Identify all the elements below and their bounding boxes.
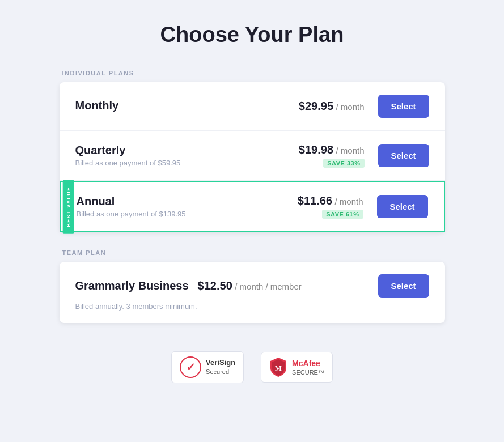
annual-price-line: $11.66 / month (298, 194, 363, 207)
quarterly-pricing: $19.98 / month SAVE 33% (274, 143, 365, 168)
individual-plans-label: INDIVIDUAL PLANS (60, 70, 445, 76)
best-value-badge: BEST VALUE (62, 180, 74, 233)
individual-plans-section: INDIVIDUAL PLANS Monthly $29.95 / month … (60, 70, 445, 232)
monthly-plan-row: Monthly $29.95 / month Select (60, 82, 445, 131)
team-plan-section: TEAM PLAN Grammarly Business $12.50 / mo… (60, 249, 445, 323)
annual-plan-name: Annual (77, 195, 273, 208)
team-plan-name: Grammarly Business (75, 279, 189, 292)
quarterly-select-button[interactable]: Select (378, 144, 429, 167)
team-plan-billing: Billed annually. 3 members minimum. (75, 302, 429, 311)
team-plan-top: Grammarly Business $12.50 / month / memb… (75, 274, 429, 298)
page-title: Choose Your Plan (160, 23, 344, 47)
annual-pricing: $11.66 / month SAVE 61% (273, 194, 363, 219)
team-plan-price-amount: $12.50 (198, 279, 232, 292)
individual-plans-card: Monthly $29.95 / month Select Quarterly … (60, 82, 445, 232)
team-plan-price-line: $12.50 / month / member (198, 279, 378, 292)
quarterly-plan-info: Quarterly Billed as one payment of $59.9… (75, 144, 274, 167)
verisign-icon: ✓ (180, 356, 201, 378)
monthly-select-button[interactable]: Select (378, 95, 429, 118)
quarterly-plan-name: Quarterly (75, 144, 274, 157)
monthly-price-period: / month (336, 102, 364, 112)
quarterly-price-amount: $19.98 (299, 143, 333, 156)
mcafee-badge: M McAfee SECURE™ (261, 352, 333, 382)
quarterly-price-period: / month (336, 146, 364, 155)
team-select-button[interactable]: Select (378, 274, 429, 298)
annual-plan-info: Annual Billed as one payment of $139.95 (77, 195, 273, 218)
annual-plan-row: BEST VALUE Annual Billed as one payment … (60, 181, 445, 232)
verisign-text: VeriSign Secured (206, 358, 235, 376)
monthly-price-amount: $29.95 (299, 100, 333, 112)
trust-badges: ✓ VeriSign Secured M McAfee SECURE™ (171, 351, 333, 383)
quarterly-save-badge: SAVE 33% (323, 159, 364, 168)
quarterly-price-line: $19.98 / month (299, 143, 365, 156)
annual-billing: Billed as one payment of $139.95 (77, 210, 273, 218)
monthly-plan-name: Monthly (75, 99, 274, 112)
monthly-plan-info: Monthly (75, 99, 274, 114)
monthly-price-line: $29.95 / month (299, 100, 365, 113)
annual-select-button[interactable]: Select (377, 195, 428, 218)
quarterly-plan-row: Quarterly Billed as one payment of $59.9… (60, 131, 445, 181)
annual-plan-wrapper: BEST VALUE Annual Billed as one payment … (60, 181, 445, 232)
annual-save-badge: SAVE 61% (322, 210, 363, 219)
quarterly-billing: Billed as one payment of $59.95 (75, 159, 274, 167)
svg-text:M: M (275, 364, 282, 372)
team-plan-price-period: / month / member (235, 282, 302, 291)
annual-price-amount: $11.66 (298, 194, 332, 207)
team-plan-card: Grammarly Business $12.50 / month / memb… (60, 262, 445, 323)
mcafee-icon: M (269, 357, 287, 377)
team-plan-label: TEAM PLAN (60, 249, 445, 256)
verisign-badge: ✓ VeriSign Secured (171, 351, 244, 383)
annual-price-period: / month (334, 197, 363, 206)
mcafee-text: McAfee SECURE™ (292, 358, 324, 376)
monthly-pricing: $29.95 / month (274, 100, 365, 113)
